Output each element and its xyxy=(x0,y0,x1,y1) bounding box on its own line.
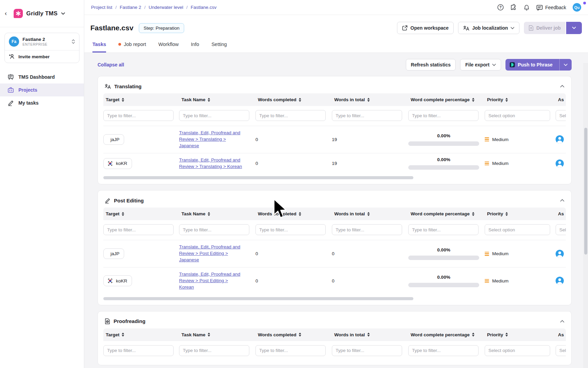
column-header-label: Task Name xyxy=(181,97,205,102)
target-language-badge[interactable]: jaJP xyxy=(103,134,124,145)
column-header[interactable]: Words completed xyxy=(255,97,332,102)
extensions-puzzle-icon[interactable] xyxy=(510,4,517,11)
section-title: Proofreading xyxy=(114,318,145,324)
column-filter-input[interactable] xyxy=(332,110,402,121)
tab-setting[interactable]: Setting xyxy=(211,42,227,52)
sidebar-item-label: TMS Dashboard xyxy=(18,74,55,80)
workspace-switch-icon[interactable] xyxy=(72,39,75,44)
priority-filter-select[interactable] xyxy=(485,224,550,235)
column-header[interactable]: Priority xyxy=(485,211,556,216)
priority-filter-select[interactable] xyxy=(556,224,566,235)
column-filter-input[interactable] xyxy=(408,224,479,235)
column-header[interactable]: As xyxy=(556,332,566,337)
job-localization-button[interactable]: Job localization xyxy=(458,22,519,34)
notifications-bell-icon[interactable] xyxy=(524,4,530,11)
target-language-badge[interactable]: koKR xyxy=(103,275,132,286)
priority-filter-select[interactable] xyxy=(556,345,566,356)
column-filter-input[interactable] xyxy=(332,224,402,235)
collapse-all-link[interactable]: Collapse all xyxy=(98,62,124,67)
column-filter-input[interactable] xyxy=(103,110,174,121)
column-filter-input[interactable] xyxy=(255,224,326,235)
column-filter-input[interactable] xyxy=(408,110,479,121)
column-filter-input[interactable] xyxy=(408,345,479,356)
vertical-scrollbar-thumb[interactable] xyxy=(584,128,587,255)
column-header[interactable]: Task Name xyxy=(179,97,255,102)
sidebar-item-tms-dashboard[interactable]: TMS Dashboard xyxy=(0,71,84,83)
file-export-button[interactable]: File export xyxy=(460,59,501,71)
task-name-link[interactable]: Translate, Edit, Proofread and Review > … xyxy=(179,130,244,149)
target-language-badge[interactable]: jaJP xyxy=(103,248,124,259)
deliver-job-button[interactable]: Deliver job xyxy=(524,22,565,34)
column-filter-input[interactable] xyxy=(255,110,326,121)
column-filter-input[interactable] xyxy=(255,345,326,356)
deliver-job-more-button[interactable] xyxy=(566,22,582,34)
column-header[interactable]: Words in total xyxy=(332,211,408,216)
target-language-badge[interactable]: koKR xyxy=(103,158,132,169)
assignee-avatar[interactable] xyxy=(556,250,564,258)
sidebar-item-projects[interactable]: Projects xyxy=(0,83,84,96)
push-to-phrase-more-button[interactable] xyxy=(559,59,572,71)
refresh-statistics-button[interactable]: Refresh statistics xyxy=(406,59,456,71)
column-header[interactable]: Word complete percentage xyxy=(408,211,485,216)
tab-tasks[interactable]: Tasks xyxy=(92,42,106,52)
tab-label: Setting xyxy=(211,42,227,47)
section-collapse-icon[interactable] xyxy=(560,320,564,323)
open-workspace-button[interactable]: Open workspace xyxy=(397,22,454,34)
workspace-switcher[interactable]: Fa Fastlane 2 ENTERPRISE xyxy=(5,33,79,50)
user-avatar[interactable]: Qu xyxy=(573,3,581,12)
horizontal-scrollbar-thumb[interactable] xyxy=(103,297,413,300)
help-icon[interactable]: ? xyxy=(497,4,504,11)
horizontal-scrollbar-thumb[interactable] xyxy=(103,176,413,179)
tab-workflow[interactable]: Workflow xyxy=(158,42,178,52)
invite-member-button[interactable]: Invite member xyxy=(5,50,79,63)
column-filter-input[interactable] xyxy=(103,345,174,356)
column-header[interactable]: Target xyxy=(103,211,179,216)
column-filter-input[interactable] xyxy=(179,345,249,356)
column-header[interactable]: Words completed xyxy=(255,332,332,337)
column-header[interactable]: Target xyxy=(103,332,179,337)
column-filter-input[interactable] xyxy=(179,224,249,235)
column-header[interactable]: Task Name xyxy=(179,332,255,337)
assignee-avatar[interactable] xyxy=(556,135,564,143)
column-filter-input[interactable] xyxy=(179,110,249,121)
assignee-avatar[interactable] xyxy=(556,159,564,168)
feedback-button[interactable]: Feedback xyxy=(536,4,566,11)
breadcrumb-item[interactable]: Fastlane 2 xyxy=(120,5,141,10)
column-header[interactable]: Priority xyxy=(485,97,556,102)
column-header[interactable]: Priority xyxy=(485,332,556,337)
step-badge: Step: Preparation xyxy=(139,23,184,33)
priority-filter-select[interactable] xyxy=(485,110,550,121)
section-collapse-icon[interactable] xyxy=(560,199,564,202)
column-header[interactable]: Words completed xyxy=(255,211,332,216)
push-to-phrase-button[interactable]: Push to Phrase xyxy=(505,59,572,71)
collapse-sidebar-icon[interactable]: ‹ xyxy=(5,10,10,17)
assignee-avatar[interactable] xyxy=(556,277,564,285)
column-header[interactable]: As xyxy=(556,211,566,216)
column-header[interactable]: Words in total xyxy=(332,332,408,337)
vertical-scrollbar-track[interactable] xyxy=(583,63,588,368)
priority-filter-select[interactable] xyxy=(556,110,566,121)
column-header[interactable]: Target xyxy=(103,97,179,102)
column-filter-input[interactable] xyxy=(332,345,402,356)
sidebar-item-my-tasks[interactable]: My tasks xyxy=(0,96,84,109)
task-name-link[interactable]: Translate, Edit, Proofread and Review > … xyxy=(179,271,244,291)
column-header[interactable]: As xyxy=(556,97,566,102)
priority-filter-select[interactable] xyxy=(485,345,550,356)
section-collapse-icon[interactable] xyxy=(560,85,564,88)
breadcrumb-item[interactable]: Underwater level xyxy=(149,5,183,10)
task-name-link[interactable]: Translate, Edit, Proofread and Review > … xyxy=(179,157,244,170)
brand-chevron-down-icon[interactable] xyxy=(61,12,65,15)
tab-info[interactable]: Info xyxy=(191,42,199,52)
column-header[interactable]: Word complete percentage xyxy=(408,332,485,337)
tab-job-report[interactable]: Job report xyxy=(118,42,146,52)
breadcrumb-item[interactable]: Project list xyxy=(91,5,112,10)
breadcrumb-item[interactable]: Fastlane.csv xyxy=(191,5,217,10)
task-name-link[interactable]: Translate, Edit, Proofread and Review > … xyxy=(179,244,244,263)
column-header[interactable]: Task Name xyxy=(179,211,255,216)
deliver-file-icon xyxy=(529,25,533,31)
column-filter-input[interactable] xyxy=(103,224,174,235)
column-header[interactable]: Words in total xyxy=(332,97,408,102)
person-icon xyxy=(556,159,564,168)
words-completed-value: 0 xyxy=(255,161,332,166)
column-header[interactable]: Word complete percentage xyxy=(408,97,485,102)
